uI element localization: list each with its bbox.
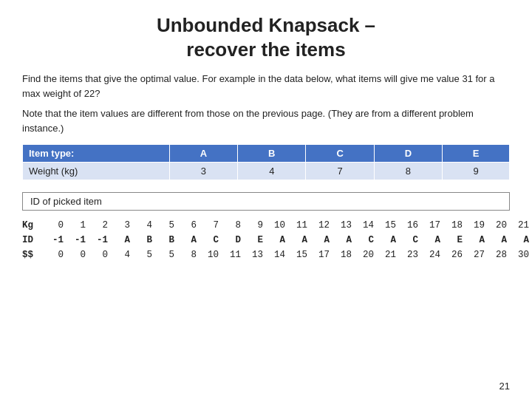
cell: 20 — [486, 218, 508, 233]
cell: 26 — [442, 248, 464, 262]
row-cells: -1-1-1ABBACDEAAAACACAEAAAA — [43, 233, 532, 248]
data-row: Kg012345678910111213141516171819202122 — [22, 218, 510, 233]
cell: 28 — [486, 248, 508, 262]
page-title: Unbounded Knapsack – recover the items — [22, 13, 510, 61]
cell: C — [198, 233, 220, 248]
table-header-label: Item type: — [23, 145, 170, 163]
cell: 15 — [287, 248, 309, 262]
row-cells: 000455810111314151718202123242627283031 — [43, 248, 532, 262]
cell: 13 — [242, 248, 265, 262]
cell: A — [486, 233, 508, 248]
cell: 18 — [331, 248, 353, 262]
description-text: Find the items that give the optimal val… — [22, 72, 510, 100]
cell: 17 — [420, 218, 442, 233]
cell: 19 — [464, 218, 486, 233]
cell: 3 — [109, 218, 132, 233]
cell: 24 — [420, 248, 442, 262]
cell: 15 — [375, 218, 398, 233]
cell: 0 — [65, 248, 87, 262]
table-header-c: C — [306, 145, 374, 163]
cell: A — [176, 233, 198, 248]
table-cell-a: 3 — [169, 163, 237, 180]
row-label: ID — [22, 233, 43, 248]
cell: A — [420, 233, 442, 248]
cell: C — [353, 233, 375, 248]
data-rows-section: Kg012345678910111213141516171819202122ID… — [22, 218, 510, 262]
cell: 5 — [154, 248, 176, 262]
cell: 4 — [109, 248, 132, 262]
cell: 1 — [65, 218, 87, 233]
cell: B — [154, 233, 176, 248]
data-row: ID-1-1-1ABBACDEAAAACACAEAAAA — [22, 233, 510, 248]
table-cell-c: 7 — [306, 163, 374, 180]
cell: C — [398, 233, 420, 248]
cell: 21 — [508, 218, 531, 233]
table-row-label: Weight (kg) — [23, 163, 170, 180]
cell: A — [331, 233, 353, 248]
table-header-d: D — [374, 145, 442, 163]
cell: 30 — [508, 248, 531, 262]
cell: A — [287, 233, 309, 248]
cell: A — [265, 233, 287, 248]
cell: 5 — [154, 218, 176, 233]
cell: 8 — [176, 248, 198, 262]
cell: 0 — [43, 248, 65, 262]
cell: 14 — [265, 248, 287, 262]
table-cell-d: 8 — [374, 163, 442, 180]
cell: 14 — [353, 218, 375, 233]
row-label: Kg — [22, 218, 43, 233]
cell: 10 — [265, 218, 287, 233]
cell: 0 — [43, 218, 65, 233]
table-header-e: E — [443, 145, 510, 163]
cell: A — [309, 233, 331, 248]
cell: A — [109, 233, 132, 248]
table-header-b: B — [238, 145, 306, 163]
cell: 21 — [375, 248, 398, 262]
picked-item-box: ID of picked item — [22, 192, 510, 211]
cell: 6 — [176, 218, 198, 233]
page: Unbounded Knapsack – recover the items F… — [0, 0, 532, 399]
title-line2: recover the items — [186, 38, 345, 61]
table-header-a: A — [169, 145, 237, 163]
cell: 11 — [220, 248, 242, 262]
page-number: 21 — [499, 381, 510, 392]
cell: 12 — [309, 218, 331, 233]
cell: 7 — [198, 218, 220, 233]
cell: E — [442, 233, 464, 248]
cell: 13 — [331, 218, 353, 233]
table-cell-e: 9 — [443, 163, 510, 180]
cell: 2 — [87, 218, 109, 233]
cell: 9 — [242, 218, 265, 233]
cell: -1 — [43, 233, 65, 248]
cell: 10 — [198, 248, 220, 262]
cell: 0 — [87, 248, 109, 262]
cell: A — [508, 233, 531, 248]
cell: 17 — [309, 248, 331, 262]
note-text: Note that the item values are different … — [22, 106, 510, 135]
item-type-table: Item type: A B C D E Weight (kg) 3 4 7 8… — [22, 144, 510, 180]
cell: E — [242, 233, 265, 248]
cell: -1 — [87, 233, 109, 248]
cell: 5 — [132, 248, 154, 262]
cell: 18 — [442, 218, 464, 233]
cell: 27 — [464, 248, 486, 262]
cell: A — [464, 233, 486, 248]
row-cells: 012345678910111213141516171819202122 — [43, 218, 532, 233]
cell: A — [375, 233, 398, 248]
data-row: $$00045581011131415171820212324262728303… — [22, 248, 510, 262]
cell: 20 — [353, 248, 375, 262]
cell: 4 — [132, 218, 154, 233]
picked-item-label: ID of picked item — [30, 196, 102, 207]
table-cell-b: 4 — [238, 163, 306, 180]
cell: 11 — [287, 218, 309, 233]
title-line1: Unbounded Knapsack – — [157, 14, 375, 36]
cell: 23 — [398, 248, 420, 262]
cell: 8 — [220, 218, 242, 233]
cell: -1 — [65, 233, 87, 248]
row-label: $$ — [22, 248, 43, 262]
cell: 16 — [398, 218, 420, 233]
cell: B — [132, 233, 154, 248]
cell: D — [220, 233, 242, 248]
